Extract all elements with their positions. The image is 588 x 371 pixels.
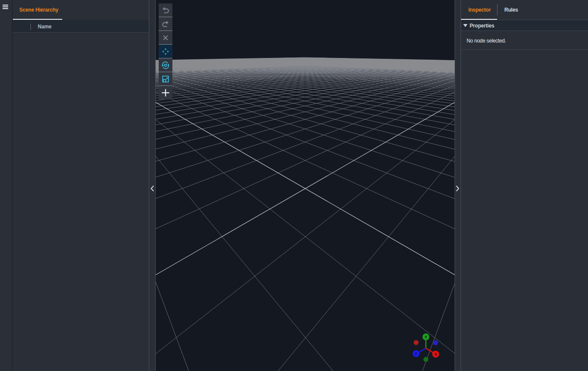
svg-text:Z: Z [415,352,417,356]
svg-text:X: X [434,352,437,356]
svg-text:Y: Y [425,335,427,339]
